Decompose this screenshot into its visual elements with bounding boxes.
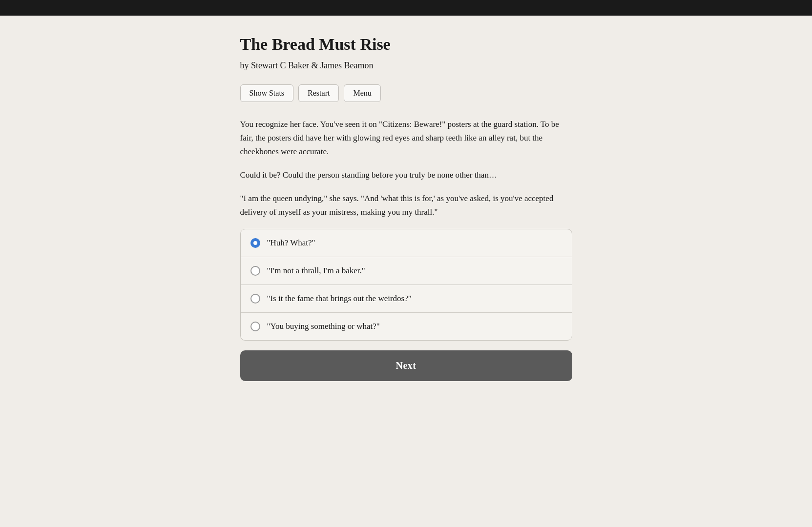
show-stats-button[interactable]: Show Stats xyxy=(240,84,294,102)
next-button[interactable]: Next xyxy=(240,350,572,381)
restart-button[interactable]: Restart xyxy=(298,84,339,102)
choice-label-2: "I'm not a thrall, I'm a baker." xyxy=(267,266,365,276)
choice-label-4: "You buying something or what?" xyxy=(267,322,380,331)
story-paragraph-3: "I am the queen undying," she says. "And… xyxy=(240,192,572,219)
choice-item-2[interactable]: "I'm not a thrall, I'm a baker." xyxy=(241,257,572,285)
radio-4 xyxy=(250,322,260,331)
choice-item-1[interactable]: "Huh? What?" xyxy=(241,229,572,257)
story-paragraph-2: Could it be? Could the person standing b… xyxy=(240,168,572,182)
choice-label-3: "Is it the fame that brings out the weir… xyxy=(267,294,412,304)
menu-button[interactable]: Menu xyxy=(344,84,380,102)
page-content: The Bread Must Rise by Stewart C Baker &… xyxy=(230,16,582,410)
radio-2 xyxy=(250,266,260,276)
radio-3 xyxy=(250,294,260,304)
choice-label-1: "Huh? What?" xyxy=(267,238,315,248)
choices-container: "Huh? What?""I'm not a thrall, I'm a bak… xyxy=(240,229,572,341)
choice-item-4[interactable]: "You buying something or what?" xyxy=(241,313,572,340)
action-buttons: Show Stats Restart Menu xyxy=(240,84,572,102)
radio-1 xyxy=(250,238,260,248)
author-text: by Stewart C Baker & James Beamon xyxy=(240,61,572,71)
choice-item-3[interactable]: "Is it the fame that brings out the weir… xyxy=(241,285,572,313)
page-title: The Bread Must Rise xyxy=(240,35,572,54)
top-bar xyxy=(0,0,812,16)
story-paragraph-1: You recognize her face. You've seen it o… xyxy=(240,118,572,159)
